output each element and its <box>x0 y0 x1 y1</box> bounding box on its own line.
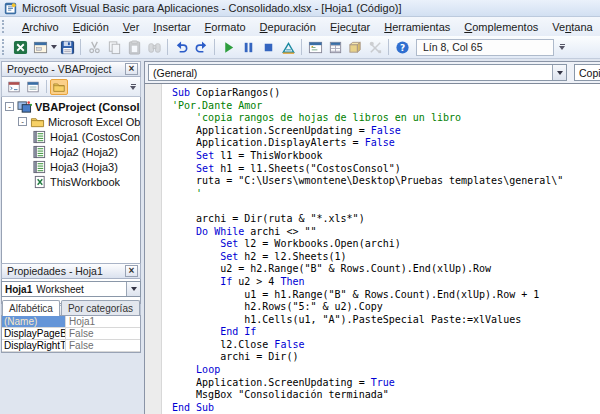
code-line: archi = Dir(ruta & "*.xls*") <box>172 213 600 226</box>
code-editor[interactable]: Sub CopiarRangos()'Por.Dante Amor 'copia… <box>145 83 600 414</box>
menu-ver[interactable]: Ver <box>116 19 147 35</box>
project-panel-title: Proyecto - VBAProject <box>7 63 111 75</box>
menu-depuracion[interactable]: Depuración <box>253 19 323 35</box>
code-line: archi = Dir() <box>172 351 600 364</box>
code-line: Application.ScreenUpdating = False <box>172 125 600 138</box>
code-line: 'Por.Dante Amor <box>172 100 600 113</box>
toolbar-separator <box>80 39 81 55</box>
menu-formato[interactable]: Formato <box>198 19 253 35</box>
insert-userform-icon[interactable] <box>30 38 50 57</box>
menu-insertar[interactable]: Insertar <box>146 19 197 35</box>
tab-alfabetica[interactable]: Alfabética <box>2 300 60 316</box>
help-icon[interactable]: ? <box>392 38 412 57</box>
code-line: ' <box>172 188 600 201</box>
code-line: ruta = "C:\Users\wmontene\Desktop\Prueba… <box>172 175 600 188</box>
menu-ejecutar[interactable]: Ejecutar <box>323 19 377 35</box>
selected-object-type: Worksheet <box>36 284 84 295</box>
tree-item-vbaproject-consolidado[interactable]: -VBAProject (Consolidado <box>2 99 140 114</box>
menu-complementos[interactable]: Complementos <box>457 19 545 35</box>
code-line: Application.DisplayAlerts = False <box>172 137 600 150</box>
undo-icon[interactable] <box>171 38 191 57</box>
menu-herramientas[interactable]: Herramientas <box>377 19 457 35</box>
tree-item-hoja2-hoja2-[interactable]: Hoja2 (Hoja2) <box>2 144 140 159</box>
copy-icon <box>104 38 124 57</box>
reset-icon[interactable] <box>258 38 278 57</box>
worksheet-icon <box>32 160 47 174</box>
tree-expander[interactable]: - <box>18 117 27 126</box>
object-dropdown[interactable]: (General) <box>148 64 567 81</box>
properties-panel: Propiedades - Hoja1 × Hoja1 Worksheet Al… <box>1 263 141 413</box>
code-line: MsgBox "Consolidación terminada" <box>172 389 600 402</box>
toolbar-separator <box>388 39 389 55</box>
tree-item-label: VBAProject (Consolidado <box>35 101 140 113</box>
properties-grid: (Name)Hoja1DisplayPageBreakFalseDisplayR… <box>1 315 141 353</box>
tree-item-hoja3-hoja3-[interactable]: Hoja3 (Hoja3) <box>2 159 140 174</box>
break-icon[interactable] <box>238 38 258 57</box>
tree-item-hoja1-costosconso[interactable]: Hoja1 (CostosConso <box>2 129 140 144</box>
find-icon <box>144 38 164 57</box>
property-row-displayrighttolef[interactable]: DisplayRightToLefFalse <box>2 340 140 352</box>
property-name[interactable]: DisplayRightToLef <box>2 340 66 351</box>
code-line: Set h1 = l1.Sheets("CostosConsol") <box>172 163 600 176</box>
project-panel-header: Proyecto - VBAProject × <box>1 61 141 77</box>
dropdown-arrow-icon[interactable] <box>552 65 566 80</box>
project-panel-close-button[interactable]: × <box>125 63 138 75</box>
tree-item-thisworkbook[interactable]: ThisWorkbook <box>2 174 140 189</box>
tree-item-label: Hoja1 (CostosConso <box>50 131 140 143</box>
design-mode-icon[interactable] <box>278 38 298 57</box>
tree-expander[interactable]: - <box>5 102 14 111</box>
property-value[interactable]: False <box>66 340 140 351</box>
project-toolbar-chevron[interactable] <box>127 78 139 95</box>
property-row-displaypagebreak[interactable]: DisplayPageBreakFalse <box>2 328 140 340</box>
tab-por-categorias[interactable]: Por categorías <box>61 300 140 315</box>
toolbar-separator <box>214 39 215 55</box>
code-line <box>172 200 600 213</box>
code-line: l2.Close False <box>172 339 600 352</box>
toolbox-icon <box>365 38 385 57</box>
vba-editor-window: { "window": { "title": "Microsoft Visual… <box>0 0 600 414</box>
menu-edicion[interactable]: Edición <box>66 19 116 35</box>
property-value[interactable]: Hoja1 <box>66 316 140 327</box>
project-icon <box>17 100 32 114</box>
tree-item-microsoft-excel-objetos[interactable]: -Microsoft Excel Objetos <box>2 114 140 129</box>
redo-icon[interactable] <box>191 38 211 57</box>
code-line: Sub CopiarRangos() <box>172 87 600 100</box>
property-row--name-[interactable]: (Name)Hoja1 <box>2 316 140 328</box>
code-line: Set l1 = ThisWorkbook <box>172 150 600 163</box>
code-line: Do While archi <> "" <box>172 226 600 239</box>
project-explorer-icon[interactable] <box>305 38 325 57</box>
tree-item-label: Microsoft Excel Objetos <box>48 116 140 128</box>
menu-archivo[interactable]: Archivo <box>15 19 66 35</box>
workbook-icon <box>32 175 47 189</box>
standard-toolbar: ? Lín 8, Col 65 <box>0 36 600 59</box>
toolbar-options-chevron[interactable] <box>556 39 568 56</box>
view-excel-icon[interactable] <box>10 38 30 57</box>
title-bar: Microsoft Visual Basic para Aplicaciones… <box>0 0 600 17</box>
code-line: 'copia rangos de hojas de libros en un l… <box>172 112 600 125</box>
run-icon[interactable] <box>218 38 238 57</box>
menubar-grip[interactable] <box>2 20 4 33</box>
object-browser-icon[interactable] <box>345 38 365 57</box>
toggle-folders-icon[interactable] <box>50 79 68 95</box>
properties-panel-close-button[interactable]: × <box>125 265 138 277</box>
save-icon[interactable] <box>57 38 77 57</box>
tree-item-label: ThisWorkbook <box>50 176 120 188</box>
breakpoint-margin[interactable] <box>145 84 162 414</box>
view-object-icon[interactable] <box>24 79 42 95</box>
properties-window-icon[interactable] <box>325 38 345 57</box>
property-name[interactable]: (Name) <box>2 316 66 327</box>
property-value[interactable]: False <box>66 328 140 339</box>
dropdown-arrow-icon[interactable] <box>126 282 140 296</box>
object-selector-dropdown[interactable]: Hoja1 Worksheet <box>1 281 141 297</box>
procedure-dropdown[interactable]: Copiar <box>574 64 600 81</box>
menu-ventana[interactable]: Ventana <box>545 19 599 35</box>
property-name[interactable]: DisplayPageBreak <box>2 328 66 339</box>
svg-text:?: ? <box>399 42 404 52</box>
folder-icon <box>30 115 45 129</box>
view-code-icon[interactable] <box>5 79 23 95</box>
worksheet-icon <box>32 145 47 159</box>
toolbar-grip[interactable] <box>2 39 7 54</box>
code-line: Loop <box>172 364 600 377</box>
app-icon[interactable] <box>4 2 17 15</box>
code-line: h1.Cells(u1, "A").PasteSpecial Paste:=xl… <box>172 314 600 327</box>
